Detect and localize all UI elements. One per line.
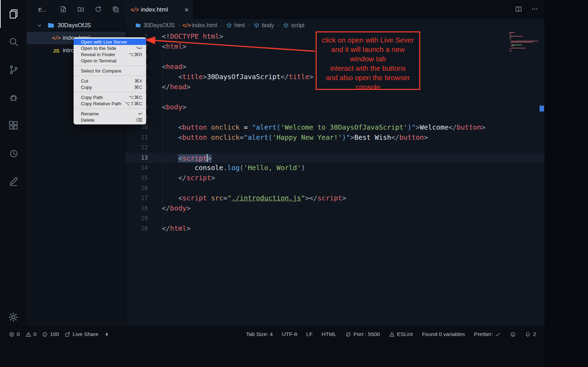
status-info-count-label: 100 [50, 331, 59, 337]
status-variables-found[interactable]: Found 0 variables [422, 331, 465, 337]
search-icon [8, 37, 19, 47]
activity-run-and-debug[interactable] [0, 84, 27, 112]
minimap-line [509, 47, 539, 47]
line-number: 18 [126, 203, 148, 213]
status-language-mode[interactable]: HTML [322, 331, 336, 337]
status-error-count-label: 0 [17, 331, 20, 337]
activity-feedback[interactable] [0, 167, 27, 195]
code-line[interactable]: 10 <button onclick = "alert('Welcome to … [126, 122, 544, 132]
breadcrumb-item-html[interactable]: html [226, 22, 245, 29]
status-eslint-label: ESLint [397, 331, 413, 337]
live-share-icon [65, 331, 70, 337]
explorer-actions [60, 6, 119, 14]
menu-separator [74, 76, 146, 76]
menu-item-open-with-live-server[interactable]: Open with Live Server [74, 39, 146, 45]
activity-extensions[interactable] [0, 112, 27, 139]
activity-bar [0, 0, 27, 326]
status-notifications[interactable]: 2 [525, 331, 536, 337]
code-line[interactable]: 14 console.log('Hello, World') [126, 163, 544, 173]
warning-icon [389, 331, 395, 337]
code-line[interactable]: 18</body> [126, 203, 544, 213]
status-live-share[interactable]: Live Share [65, 331, 98, 337]
activity-settings[interactable] [0, 312, 27, 322]
minimap-line [509, 51, 512, 51]
code-text [148, 112, 162, 122]
status-encoding[interactable]: UTF-8 [282, 331, 297, 337]
minimap-line [511, 44, 513, 45]
status-warning-count[interactable]: 0 [25, 331, 37, 337]
collapse-folders-button[interactable] [112, 6, 119, 14]
status-eol[interactable]: LF [306, 331, 312, 337]
menu-item-label: Open in Terminal [81, 58, 142, 63]
breadcrumb-item-body[interactable]: body [254, 22, 274, 29]
html-icon: </> [184, 23, 189, 28]
html-icon: </> [53, 35, 59, 41]
menu-item-open-in-terminal[interactable]: Open in Terminal [74, 58, 146, 64]
line-number: 19 [126, 213, 148, 223]
status-eslint[interactable]: ESLint [389, 331, 413, 337]
code-line[interactable]: 8<body> [126, 102, 544, 112]
activity-explorer[interactable] [0, 0, 27, 28]
context-menu: Open with Live ServerOpen to the Side^↩R… [74, 37, 146, 124]
code-text: <!DOCTYPE html> [148, 31, 223, 41]
menu-item-label: Rename [81, 111, 138, 116]
menu-item-rename[interactable]: Rename↩ [74, 110, 146, 117]
activity-source-control[interactable] [0, 56, 27, 84]
status-error-count[interactable]: 0 [9, 331, 20, 337]
minimap-line [511, 42, 533, 43]
code-line[interactable]: 7 [126, 92, 544, 102]
minimap-line [511, 46, 514, 46]
code-line[interactable]: 12 [126, 143, 544, 153]
code-text: </script> [148, 173, 215, 183]
menu-item-reveal-in-finder[interactable]: Reveal in Finder⌥⌘R [74, 51, 146, 58]
new-folder-button[interactable] [77, 6, 84, 14]
status-prettier[interactable]: Prettier: [474, 331, 501, 337]
minimap-line [509, 38, 539, 39]
close-tab-icon[interactable]: × [184, 6, 189, 13]
crumb-sep-icon [277, 23, 281, 28]
menu-item-cut[interactable]: Cut⌘X [74, 78, 146, 84]
breadcrumb-label: html [234, 22, 245, 29]
status-variables-found-label: Found 0 variables [422, 331, 465, 337]
line-number: 13 [126, 153, 148, 163]
tab-index-html[interactable]: </> index.html × [126, 0, 194, 19]
annotation-line: and it will launch a new [317, 45, 419, 54]
status-bar: 00100Live Share Tab Size: 4UTF-8LFHTMLPo… [0, 326, 544, 367]
menu-item-shortcut: ^↩ [136, 45, 142, 51]
menu-item-copy-path[interactable]: Copy Path⌥⌘C [74, 94, 146, 100]
code-line[interactable]: 13 <script> [126, 153, 544, 163]
code-line[interactable]: 9 [126, 112, 544, 122]
menu-item-select-for-compare[interactable]: Select for Compare [74, 68, 146, 74]
menu-item-label: Copy [81, 85, 134, 90]
code-line[interactable]: 17 <script src="./introduction.js"></scr… [126, 193, 544, 203]
status-feedback-smiley[interactable] [510, 331, 516, 337]
menu-item-delete[interactable]: Delete⌫ [74, 117, 146, 123]
status-tab-size[interactable]: Tab Size: 4 [246, 331, 273, 337]
status-live-server-port[interactable]: Port : 5500 [345, 331, 380, 337]
code-line[interactable]: 16 [126, 183, 544, 193]
code-line[interactable]: 15 </script> [126, 173, 544, 183]
breadcrumb-item-script[interactable]: script [283, 22, 304, 29]
new-file-icon [60, 6, 67, 13]
refresh-explorer-button[interactable] [95, 6, 102, 14]
menu-item-copy-relative-path[interactable]: Copy Relative Path⌥⇧⌘C [74, 100, 146, 107]
code-line[interactable]: 11 <button onclick="alert('Happy New Yea… [126, 132, 544, 143]
breadcrumb-item-30DaysOfJS[interactable]: 30DaysOfJS [135, 22, 175, 29]
menu-item-open-to-the-side[interactable]: Open to the Side^↩ [74, 45, 146, 51]
bell-icon [525, 331, 531, 337]
code-line[interactable]: 20</html> [126, 223, 544, 234]
tree-root-folder[interactable]: 30DaysOfJS [27, 19, 126, 32]
breadcrumb-item-index.html[interactable]: </>index.html [184, 22, 217, 29]
more-actions-button[interactable] [531, 6, 538, 14]
status-info-count[interactable]: 100 [42, 331, 59, 337]
minimap[interactable] [509, 32, 539, 52]
code-line[interactable]: 19 [126, 213, 544, 223]
files-icon [8, 9, 19, 19]
activity-timeline[interactable] [0, 139, 27, 167]
new-file-button[interactable] [60, 6, 67, 14]
line-number: 12 [126, 143, 148, 153]
status-thunder-client[interactable] [104, 331, 110, 337]
activity-search[interactable] [0, 28, 27, 56]
split-editor-button[interactable] [515, 6, 522, 14]
menu-item-copy[interactable]: Copy⌘C [74, 84, 146, 90]
